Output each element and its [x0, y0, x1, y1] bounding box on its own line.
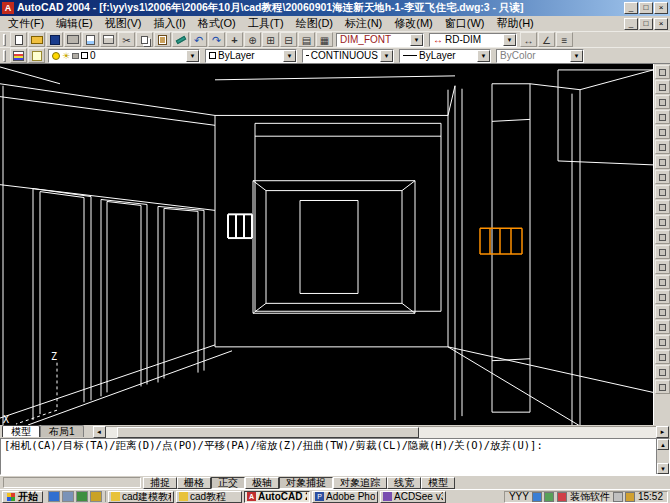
- text-style-combo[interactable]: DIM_FONT ▼: [336, 33, 424, 47]
- copy-icon[interactable]: [136, 32, 153, 47]
- cut-icon[interactable]: [118, 32, 135, 47]
- internet-explorer-icon[interactable]: [48, 491, 60, 502]
- close-button[interactable]: ×: [654, 2, 668, 14]
- polygon-icon[interactable]: [655, 110, 670, 124]
- construction-line-icon[interactable]: [655, 80, 670, 94]
- horizontal-scrollbar[interactable]: ◄ ►: [93, 426, 669, 438]
- make-layer-current-icon[interactable]: [28, 48, 45, 63]
- minimize-button[interactable]: _: [624, 2, 638, 14]
- chevron-down-icon[interactable]: ▼: [570, 50, 583, 62]
- redo-icon[interactable]: [208, 32, 225, 47]
- make-block-icon[interactable]: [655, 245, 670, 259]
- spline-icon[interactable]: [655, 185, 670, 199]
- paste-icon[interactable]: [154, 32, 171, 47]
- pan-icon[interactable]: [226, 32, 243, 47]
- plotstyle-combo[interactable]: ByColor ▼: [496, 49, 584, 63]
- menu-item[interactable]: 绘图(D): [290, 17, 339, 29]
- command-scrollbar[interactable]: ▲ ▼: [656, 439, 669, 474]
- menu-item[interactable]: 编辑(E): [50, 17, 99, 29]
- polar-toggle[interactable]: 极轴: [245, 477, 279, 489]
- undo-icon[interactable]: [190, 32, 207, 47]
- publish-icon[interactable]: [100, 32, 117, 47]
- arc-icon[interactable]: [655, 140, 670, 154]
- copy-object-icon[interactable]: [655, 365, 670, 379]
- hatch-icon[interactable]: [655, 275, 670, 289]
- menu-item[interactable]: 文件(F): [2, 17, 50, 29]
- doc-close-button[interactable]: ×: [654, 18, 668, 30]
- decor-app-tray-icon[interactable]: [557, 492, 567, 502]
- taskbar-task[interactable]: cad教程: [176, 491, 242, 503]
- zoom-realtime-icon[interactable]: [244, 32, 261, 47]
- model-space-toggle[interactable]: 模型: [421, 477, 455, 489]
- network-icon[interactable]: [544, 492, 554, 502]
- insert-block-icon[interactable]: [655, 230, 670, 244]
- point-icon[interactable]: [655, 260, 670, 274]
- drawing-area[interactable]: ZX: [0, 64, 653, 425]
- taskbar-task[interactable]: AAutoCAD 200...: [244, 491, 310, 503]
- start-button[interactable]: 开始: [2, 491, 43, 503]
- input-method-icon[interactable]: [613, 492, 623, 502]
- chevron-down-icon[interactable]: ▼: [380, 50, 393, 62]
- scrollbar-track[interactable]: [106, 426, 656, 438]
- menu-item[interactable]: 插入(I): [147, 17, 191, 29]
- circle-icon[interactable]: [655, 155, 670, 169]
- print-preview-icon[interactable]: [82, 32, 99, 47]
- outlook-icon[interactable]: [90, 491, 102, 502]
- scroll-up-icon[interactable]: ▲: [657, 439, 669, 450]
- region-icon[interactable]: [655, 305, 670, 319]
- scroll-down-icon[interactable]: ▼: [657, 463, 669, 474]
- show-desktop-icon[interactable]: [62, 491, 74, 502]
- linetype-combo[interactable]: CONTINUOUS ▼: [302, 49, 394, 63]
- scrollbar-thumb[interactable]: [117, 427, 420, 438]
- menu-item[interactable]: 工具(T): [242, 17, 290, 29]
- dim-angular-icon[interactable]: [538, 32, 555, 47]
- erase-icon[interactable]: [655, 350, 670, 364]
- chevron-down-icon[interactable]: ▼: [477, 50, 490, 62]
- model-tab[interactable]: 模型: [2, 425, 40, 437]
- chevron-down-icon[interactable]: ▼: [503, 34, 516, 46]
- scroll-left-icon[interactable]: ◄: [93, 426, 106, 438]
- ellipse-icon[interactable]: [655, 200, 670, 214]
- ortho-toggle[interactable]: 正交: [211, 477, 245, 489]
- doc-minimize-button[interactable]: _: [624, 18, 638, 30]
- otrack-toggle[interactable]: 对象追踪: [333, 477, 387, 489]
- command-window[interactable]: [相机(CA)/目标(TA)/距离(D)/点(PO)/平移(PA)/缩放(Z)/…: [0, 438, 670, 475]
- menu-item[interactable]: 视图(V): [99, 17, 148, 29]
- print-icon[interactable]: [64, 32, 81, 47]
- media-player-icon[interactable]: [76, 491, 88, 502]
- toolbar-grip[interactable]: [3, 50, 6, 62]
- volume-icon[interactable]: [532, 492, 542, 502]
- mirror-icon[interactable]: [655, 380, 670, 394]
- multiline-text-icon[interactable]: [655, 335, 670, 349]
- properties-icon[interactable]: [298, 32, 315, 47]
- polyline-icon[interactable]: [655, 95, 670, 109]
- dim-edit-icon[interactable]: [556, 32, 573, 47]
- menu-item[interactable]: 格式(O): [192, 17, 242, 29]
- new-icon[interactable]: [10, 32, 27, 47]
- menu-item[interactable]: 窗口(W): [439, 17, 491, 29]
- maximize-button[interactable]: □: [639, 2, 653, 14]
- chevron-down-icon[interactable]: ▼: [410, 34, 423, 46]
- open-icon[interactable]: [28, 32, 45, 47]
- match-properties-icon[interactable]: [172, 32, 189, 47]
- revision-cloud-icon[interactable]: [655, 170, 670, 184]
- taskbar-task[interactable]: PAdobe Photo...: [312, 491, 378, 503]
- dim-style-combo[interactable]: ↔ RD-DIM ▼: [429, 33, 517, 47]
- zoom-window-icon[interactable]: [262, 32, 279, 47]
- ellipse-arc-icon[interactable]: [655, 215, 670, 229]
- chevron-down-icon[interactable]: ▼: [186, 50, 199, 62]
- lineweight-combo[interactable]: ByLayer ▼: [399, 49, 491, 63]
- grid-toggle[interactable]: 栅格: [177, 477, 211, 489]
- taskbar-task[interactable]: cad建模教程: [108, 491, 174, 503]
- scroll-right-icon[interactable]: ►: [656, 426, 669, 438]
- table-icon[interactable]: [655, 320, 670, 334]
- layers-icon[interactable]: [10, 48, 27, 63]
- menu-item[interactable]: 标注(N): [339, 17, 388, 29]
- zoom-previous-icon[interactable]: [280, 32, 297, 47]
- command-history[interactable]: [相机(CA)/目标(TA)/距离(D)/点(PO)/平移(PA)/缩放(Z)/…: [1, 439, 656, 474]
- menu-item[interactable]: 帮助(H): [491, 17, 540, 29]
- taskbar-task[interactable]: ACDSee v3.1...: [380, 491, 446, 503]
- designcenter-icon[interactable]: [316, 32, 333, 47]
- lineweight-toggle[interactable]: 线宽: [387, 477, 421, 489]
- doc-restore-button[interactable]: □: [639, 18, 653, 30]
